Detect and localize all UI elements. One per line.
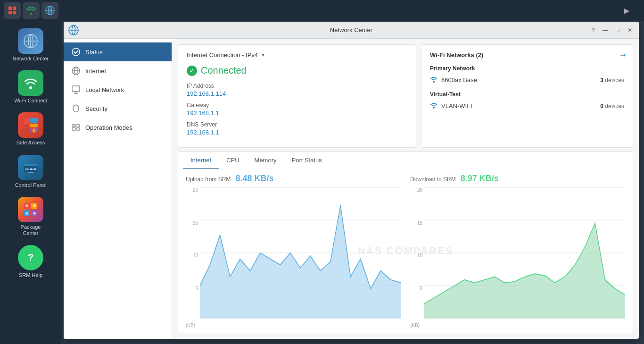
svg-rect-24 <box>33 168 36 170</box>
content-area: Internet Connection - IPv4 ▼ ✓ Connected… <box>172 39 639 339</box>
security-icon <box>71 104 81 113</box>
svg-rect-44 <box>72 86 80 92</box>
sidebar-item-status[interactable]: Status <box>64 42 172 61</box>
help-button[interactable]: ? <box>588 25 598 35</box>
safe-access-icon: 🔒 <box>18 112 43 138</box>
connection-panel: Internet Connection - IPv4 ▼ ✓ Connected… <box>178 44 416 148</box>
primary-devices-count: 3 <box>600 77 603 84</box>
download-label: Download to SRM <box>410 176 456 183</box>
virtual-devices: 0 devices <box>600 103 624 109</box>
local-network-icon <box>71 85 81 94</box>
network-center-icon <box>18 28 43 54</box>
close-button[interactable]: ✕ <box>625 25 635 35</box>
download-y-labels: 20 15 10 5 <box>410 187 424 319</box>
download-chart-header: Download to SRM 8.97 KB/s <box>410 174 625 184</box>
download-value: 8.97 KB/s <box>461 174 499 184</box>
upload-label: Upload from SRM <box>186 176 231 183</box>
app-dock: Network Center Wi-Fi Connect 🔒 Safe Acce… <box>0 21 61 344</box>
maximize-button[interactable]: □ <box>612 25 623 35</box>
sidebar-item-operation-modes[interactable]: Operation Modes <box>64 118 172 137</box>
minimize-button[interactable]: — <box>600 25 611 35</box>
taskbar-app-package-center[interactable]: PackageCenter <box>5 193 57 240</box>
download-chart-wrapper: 20 15 10 5 <box>410 187 625 328</box>
tab-cpu[interactable]: CPU <box>219 152 247 169</box>
svg-rect-22 <box>25 168 29 170</box>
primary-devices: 3 devices <box>600 77 624 84</box>
svg-rect-17 <box>25 125 29 126</box>
sidebar-operation-modes-label: Operation Modes <box>85 124 132 131</box>
package-center-label: PackageCenter <box>21 224 41 236</box>
svg-point-32 <box>33 204 36 207</box>
tab-port-status[interactable]: Port Status <box>284 152 330 169</box>
wifi-taskbar-btn[interactable] <box>23 2 40 19</box>
svg-point-52 <box>433 107 435 109</box>
taskbar-app-wifi[interactable]: Wi-Fi Connect <box>5 67 57 108</box>
app-logo <box>68 25 79 35</box>
upload-chart-block: Upload from SRM 8.48 KB/s 20 15 10 5 <box>186 174 401 328</box>
svg-rect-48 <box>76 125 80 127</box>
sidebar-internet-label: Internet <box>85 67 106 75</box>
svg-point-40 <box>72 48 80 56</box>
sidebar-local-network-label: Local Network <box>85 86 124 93</box>
sidebar-item-security[interactable]: Security <box>64 99 172 118</box>
sidebar-item-local-network[interactable]: Local Network <box>64 80 172 99</box>
sidebar-security-label: Security <box>85 105 107 112</box>
svg-rect-0 <box>8 7 12 10</box>
svg-point-33 <box>25 212 28 215</box>
svg-text:🔒: 🔒 <box>32 128 36 133</box>
charts-area: Internet CPU Memory Port Status NAS COMP… <box>172 151 639 339</box>
gateway-value[interactable]: 192.168.1.1 <box>187 109 407 117</box>
svg-point-12 <box>29 86 32 89</box>
dns-label: DNS Server <box>187 121 407 128</box>
virtual-network-title: Virtual-Test <box>430 91 624 98</box>
taskbar-app-control-panel[interactable]: Control Panel <box>5 151 57 192</box>
srm-help-label: SRM Help <box>19 272 42 278</box>
ip-label: IP Address <box>187 83 407 89</box>
primary-network-row: 6600ax Base 3 devices <box>430 76 624 84</box>
gateway-row: Gateway 192.168.1.1 <box>187 102 407 117</box>
taskbar-app-network-center[interactable]: Network Center <box>5 25 57 66</box>
network-taskbar-btn[interactable] <box>41 2 58 19</box>
upload-chart-area <box>200 187 401 319</box>
svg-text:?: ? <box>28 252 33 262</box>
grid-app-btn[interactable] <box>4 2 21 19</box>
control-panel-icon <box>18 155 43 180</box>
svg-rect-23 <box>30 168 33 170</box>
sidebar-item-internet[interactable]: Internet <box>64 61 172 80</box>
svg-rect-3 <box>13 11 16 14</box>
upload-chart-header: Upload from SRM 8.48 KB/s <box>186 174 401 184</box>
connected-text: Connected <box>201 65 247 76</box>
title-bar: Network Center ? — □ ✕ <box>64 22 639 39</box>
svg-rect-47 <box>72 125 75 127</box>
svg-rect-50 <box>77 128 80 130</box>
ip-value[interactable]: 192.168.1.114 <box>187 90 407 97</box>
connected-status: ✓ Connected <box>187 65 407 76</box>
tab-internet[interactable]: Internet <box>183 152 219 169</box>
window-title: Network Center <box>330 26 372 34</box>
separator <box>638 4 638 17</box>
taskbar-app-safe-access[interactable]: 🔒 Safe Access <box>5 109 57 150</box>
wifi-connect-label: Wi-Fi Connect <box>14 98 47 104</box>
svg-rect-25 <box>25 171 36 171</box>
svg-rect-21 <box>24 164 37 166</box>
srm-help-icon: ? <box>18 245 43 270</box>
wifi-icon <box>18 70 43 96</box>
primary-network-title: Primary Network <box>430 65 624 72</box>
main-window: Network Center ? — □ ✕ Status <box>64 22 639 339</box>
taskbar-app-srm-help[interactable]: ? SRM Help <box>5 241 57 282</box>
right-task-btn-1[interactable]: ▶ <box>619 3 634 18</box>
safe-access-label: Safe Access <box>17 140 45 146</box>
internet-icon <box>71 66 81 76</box>
wifi-panel-title: Wi-Fi Networks (2) <box>430 51 624 59</box>
wifi-signal-icon-virtual <box>430 101 438 110</box>
right-taskbar: ▶ <box>619 0 644 21</box>
package-center-icon <box>18 197 43 222</box>
sidebar: Status Internet <box>64 39 172 339</box>
status-icon <box>71 47 81 57</box>
connection-dropdown[interactable]: Internet Connection - IPv4 ▼ <box>187 51 407 59</box>
dns-value[interactable]: 192.168.1.1 <box>187 129 407 136</box>
primary-wifi-name: 6600ax Base <box>430 76 477 84</box>
ip-address-row: IP Address 192.168.1.114 <box>187 83 407 97</box>
tab-memory[interactable]: Memory <box>247 152 284 169</box>
top-taskbar: ▶ <box>0 0 644 21</box>
